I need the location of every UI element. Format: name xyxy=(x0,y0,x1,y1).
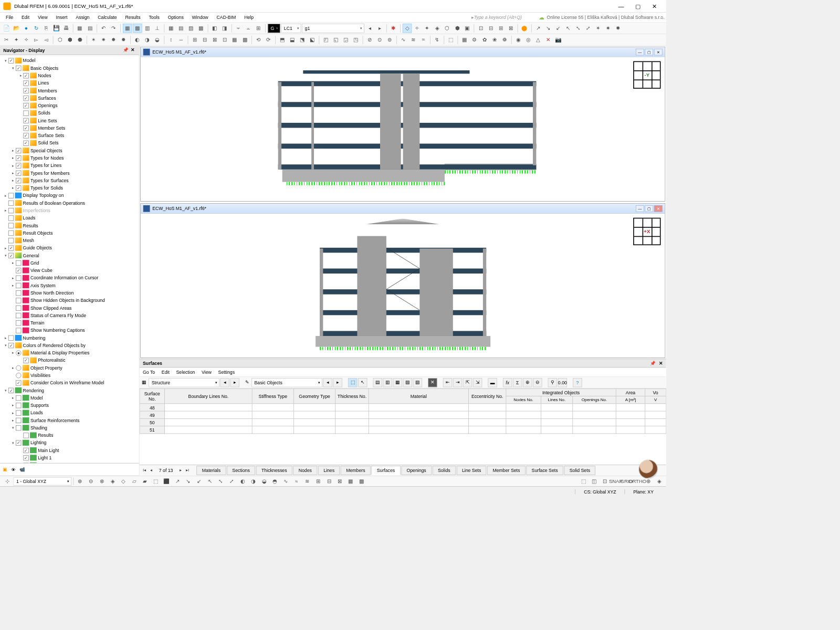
table-cell[interactable] xyxy=(616,404,645,411)
opt2-icon[interactable]: ▩ xyxy=(196,24,205,33)
t2-7-icon[interactable]: ⬢ xyxy=(66,35,75,44)
expand-icon[interactable]: ▾ xyxy=(3,388,8,392)
t2-44-icon[interactable]: ✿ xyxy=(480,35,489,44)
t2-42-icon[interactable]: ▦ xyxy=(460,35,469,44)
save-icon[interactable]: 💾 xyxy=(51,24,60,33)
table-cell[interactable] xyxy=(469,411,506,418)
window-minimize-button[interactable]: — xyxy=(613,0,629,12)
expand-icon[interactable]: ▾ xyxy=(3,253,8,257)
sb33-icon[interactable]: ORTHO xyxy=(633,477,642,485)
t2-10-icon[interactable]: ✷ xyxy=(99,35,108,44)
pmenu-goto[interactable]: Go To xyxy=(143,370,155,375)
sub-area[interactable]: A [m²] xyxy=(616,396,645,404)
sb9-icon[interactable]: ⬛ xyxy=(162,477,171,485)
tree-item-label[interactable]: Status of Camera Fly Mode xyxy=(30,313,86,318)
snap6-icon[interactable]: ⬢ xyxy=(453,24,461,33)
star-filter-icon[interactable]: ✱ xyxy=(389,24,398,33)
expand-icon[interactable]: ▸ xyxy=(11,148,16,152)
snap2-icon[interactable]: ✧ xyxy=(413,24,422,33)
col-boundary[interactable]: Boundary Lines No. xyxy=(165,388,253,404)
sb19-icon[interactable]: ◓ xyxy=(270,477,279,485)
table-cell[interactable] xyxy=(252,411,293,418)
tree-item-label[interactable]: Coordinate Information on Cursor xyxy=(30,275,98,280)
tree-checkbox[interactable] xyxy=(16,268,21,273)
t2-35-icon[interactable]: ⊙ xyxy=(375,35,384,44)
res1-icon[interactable]: ↗ xyxy=(534,24,543,33)
table-cell[interactable] xyxy=(165,426,253,434)
tree-checkbox[interactable] xyxy=(23,447,28,453)
tree-checkbox[interactable] xyxy=(23,140,28,145)
tree-item-label[interactable]: Surfaces xyxy=(38,96,56,101)
navigator-tree[interactable]: ▾Model▾Basic Objects▸NodesLinesMembersSu… xyxy=(0,55,139,463)
dd-next[interactable]: ▸ xyxy=(230,378,239,387)
sub-lines[interactable]: Lines No. xyxy=(541,396,572,404)
tree-checkbox[interactable] xyxy=(23,455,28,460)
col-eccentricity[interactable]: Eccentricity No. xyxy=(469,388,506,404)
sb1-icon[interactable]: ⊕ xyxy=(76,477,85,485)
t2-17-icon[interactable]: ↔ xyxy=(176,35,185,44)
table-cell[interactable] xyxy=(506,404,541,411)
view-bottom-canvas[interactable]: +X xyxy=(141,214,665,358)
view-close-button[interactable]: ✕ xyxy=(654,48,663,55)
table-tab[interactable]: Nodes xyxy=(293,466,317,475)
expand-icon[interactable]: ▾ xyxy=(11,425,16,429)
snap1-icon[interactable]: ◇ xyxy=(403,24,412,33)
dd2-next[interactable]: ▸ xyxy=(333,378,342,387)
prev-icon[interactable]: ◂ xyxy=(365,24,374,33)
nav-close-icon[interactable]: ✕ xyxy=(129,47,136,52)
next-icon[interactable]: ▸ xyxy=(375,24,384,33)
pb-e-icon[interactable]: ▬ xyxy=(488,378,497,387)
tree-item-label[interactable]: Nodes xyxy=(38,73,51,78)
res5-icon[interactable]: ⤡ xyxy=(574,24,583,33)
nav-tab1-icon[interactable]: ▣ xyxy=(3,467,7,472)
tree-item-label[interactable]: Results of Boolean Operations xyxy=(23,200,85,205)
t2-39-icon[interactable]: ≈ xyxy=(419,35,428,44)
t2-11-icon[interactable]: ✸ xyxy=(109,35,118,44)
tree-item-label[interactable]: Lighting xyxy=(30,440,47,445)
sb16-icon[interactable]: ◐ xyxy=(238,477,247,485)
sb6-icon[interactable]: ▱ xyxy=(130,477,139,485)
render1-icon[interactable]: ▥ xyxy=(143,24,152,33)
sb27-icon[interactable]: ▩ xyxy=(357,477,366,485)
tree-item-label[interactable]: Numbering xyxy=(23,335,46,340)
expand-icon[interactable]: ▸ xyxy=(11,260,16,265)
tree-checkbox[interactable] xyxy=(16,170,21,175)
t2-38-icon[interactable]: ≋ xyxy=(409,35,418,44)
view-top-canvas[interactable]: -Y xyxy=(141,57,665,201)
expand-icon[interactable]: ▸ xyxy=(11,186,16,190)
open-icon[interactable]: 📂 xyxy=(12,24,20,33)
tree-item-label[interactable]: Special Objects xyxy=(30,148,62,153)
tree-checkbox[interactable] xyxy=(16,290,21,295)
table-cell[interactable] xyxy=(293,411,335,418)
copy-icon[interactable]: ⎘ xyxy=(41,24,50,33)
table-cell[interactable] xyxy=(573,411,616,418)
print-icon[interactable]: 🖶 xyxy=(61,24,70,33)
tree-item-label[interactable]: Visibilities xyxy=(30,373,50,378)
table-icon[interactable]: ▦ xyxy=(166,24,175,33)
tree-item-label[interactable]: Show Numbering Captions xyxy=(30,328,85,333)
table-cell[interactable] xyxy=(573,418,616,426)
table-cell[interactable] xyxy=(252,418,293,426)
t2-26-icon[interactable]: ⬒ xyxy=(278,35,287,44)
opt4-icon[interactable]: ◨ xyxy=(220,24,229,33)
t2-46-icon[interactable]: ❁ xyxy=(500,35,509,44)
row-header[interactable]: 50 xyxy=(140,418,165,426)
nav-tab3-icon[interactable]: 📹 xyxy=(19,467,25,472)
sb30-icon[interactable]: ⊡ xyxy=(601,477,610,485)
loadcase-dropdown[interactable]: LC1 xyxy=(281,24,301,33)
tree-item-label[interactable]: Show Clipped Areas xyxy=(30,305,72,310)
tree-checkbox[interactable] xyxy=(8,193,14,198)
t2-21-icon[interactable]: ⊡ xyxy=(220,35,229,44)
t2-24-icon[interactable]: ⟲ xyxy=(254,35,263,44)
view-max-button[interactable]: ▢ xyxy=(645,205,653,212)
tree-item-label[interactable]: Lines xyxy=(38,80,49,86)
tree-radio[interactable]: ● xyxy=(16,350,21,355)
table-cell[interactable] xyxy=(335,404,369,411)
t2-36-icon[interactable]: ⊚ xyxy=(385,35,394,44)
tree-checkbox[interactable] xyxy=(23,358,28,363)
doc1-icon[interactable]: ▦ xyxy=(76,24,85,33)
tree-item-label[interactable]: Types for Solids xyxy=(30,185,63,191)
tree-item-label[interactable]: Members xyxy=(38,88,57,93)
t2-45-icon[interactable]: ❀ xyxy=(490,35,499,44)
t2-8-icon[interactable]: ⬣ xyxy=(76,35,85,44)
